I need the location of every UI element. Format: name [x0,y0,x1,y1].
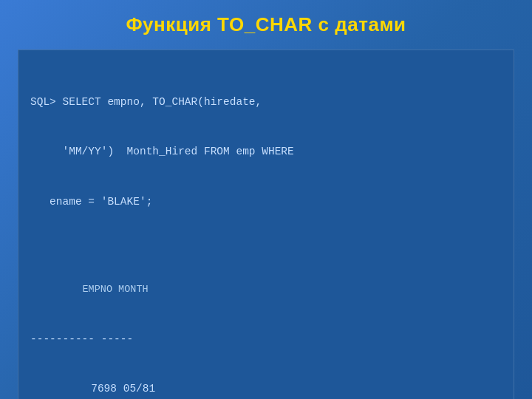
data-row-1: 7698 05/81 [30,381,502,397]
blank-line-1 [30,243,502,249]
sql-line-3: ename = 'BLAKE'; [30,194,502,210]
column-header: EMPNO MONTH [30,282,502,298]
sql-line-2: 'MM/YY') Month_Hired FROM emp WHERE [30,143,502,160]
content-area: SQL> SELECT empno, TO_CHAR(hiredate, 'MM… [18,50,514,399]
separator-1: ---------- ----- [30,331,502,347]
page-title: Функция TO_CHAR с датами [18,13,514,36]
page-container: Функция TO_CHAR с датами SQL> SELECT emp… [0,0,532,399]
sql-line-1: SQL> SELECT empno, TO_CHAR(hiredate, [30,94,502,110]
